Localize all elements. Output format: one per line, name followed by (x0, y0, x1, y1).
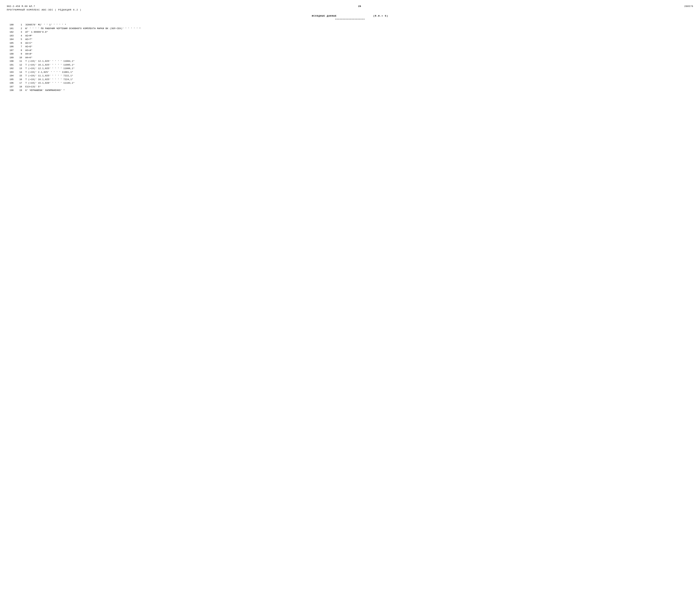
row-content: Ю' ' ' ' ' ПО РАБОЧИМ ЧЕРТЕЖАМ ОСНОВНОГО… (25, 27, 693, 30)
row-content: А2=Б* (25, 45, 693, 48)
row-content: А2=Т* (25, 38, 693, 41)
line-number: 188 (7, 52, 17, 56)
line-number: 191 (7, 63, 17, 67)
row-index: 12 (17, 63, 25, 67)
line-number: 197 (7, 85, 17, 89)
row-content: Т (=19)' 12.1,025' ' ' ' ' 11086,1* (25, 67, 693, 70)
line-number: 182 (7, 30, 17, 34)
row-content: А2=С* (25, 42, 693, 45)
line-number: 186 (7, 45, 17, 48)
line-number: 195 (7, 78, 17, 81)
table-row: 19415Т (=19)' 11.1,025' ' ' ' ' 7222,1* (7, 74, 693, 78)
row-index: 1 (17, 23, 25, 27)
header-right: 200576 (684, 5, 693, 8)
row-content: А2=М* (25, 34, 693, 38)
section-title: ИСХОДНЫЕ ДАННЫЕ (П.Н.= 5) (312, 15, 388, 17)
line-number: 190 (7, 59, 17, 63)
table-row: 1812Ю' ' ' ' ' ПО РАБОЧИМ ЧЕРТЕЖАМ ОСНОВ… (7, 27, 693, 30)
line-number: 185 (7, 42, 17, 45)
row-index: 15 (17, 74, 25, 78)
table-row: 19718Е13=131' 5* (7, 85, 693, 89)
row-content: А4=А* (25, 52, 693, 56)
line-number: 183 (7, 34, 17, 38)
row-content: А4=К* (25, 56, 693, 59)
row-index: 17 (17, 81, 25, 85)
table-row: 19314Т (=19)' 2.1,025' ' ' ' ' 11081,1* (7, 71, 693, 74)
table-row: 1845А2=Т* (7, 38, 693, 41)
table-row: 19112Т (=19)' 16.1,025' ' ' ' ' 11085,1* (7, 63, 693, 67)
row-index: 14 (17, 71, 25, 74)
line-number: 189 (7, 56, 17, 59)
table-row: 19213Т (=19)' 12.1,025' ' ' ' ' 11086,1* (7, 67, 693, 70)
row-content: Т (=19)' 2.1,025' ' ' ' ' 11081,1* (25, 71, 693, 74)
row-index: 4 (17, 34, 25, 38)
table-row: 1823АТ' 1-99999'0.0* (7, 30, 693, 34)
line-number: 181 (7, 27, 17, 30)
row-index: 16 (17, 78, 25, 81)
section-divider: ==================== (7, 18, 693, 21)
row-index: 9 (17, 52, 25, 56)
row-index: 7 (17, 45, 25, 48)
subheader: ПРОГРАММНЫЙ КОМПЛЕКС АВС-ЗЕС ( РЕДАКЦИЯ … (7, 9, 693, 11)
row-index: 13 (17, 67, 25, 70)
row-content: Э200576' М1' ' ' 1' ' ' ' ' * (25, 23, 693, 27)
table-row: 19819К' ЧЕРНЫШЕВА' ХАЛИМАНЕНКО' * (7, 89, 693, 92)
row-index: 6 (17, 42, 25, 45)
line-number: 192 (7, 67, 17, 70)
row-content: Т (=19)' 11.1,025' ' ' ' ' 7222,1* (25, 74, 693, 78)
subheader-left: ПРОГРАММНЫЙ КОМПЛЕКС АВС-ЗЕС ( РЕДАКЦИЯ … (7, 9, 81, 11)
line-number: 196 (7, 81, 17, 85)
header-center: 26 (358, 5, 361, 8)
row-content: К' ЧЕРНЫШЕВА' ХАЛИМАНЕНКО' * (25, 89, 693, 92)
table-row: 19617Т (=19)' 15.1,020' ' ' ' ' 11183,1* (7, 81, 693, 85)
row-content: А3=А* (25, 49, 693, 52)
row-index: 2 (17, 27, 25, 30)
row-index: 3 (17, 30, 25, 34)
row-index: 5 (17, 38, 25, 41)
table-row: 19011Т (=19)' 12.1,025' ' ' ' ' 11084,1* (7, 59, 693, 63)
row-content: АТ' 1-99999'0.0* (25, 30, 693, 34)
row-index: 11 (17, 59, 25, 63)
table-row: 1801Э200576' М1' ' ' 1' ' ' ' ' * (7, 23, 693, 27)
row-content: Т (=19)' 16.1,025' ' ' ' ' 7224,1* (25, 78, 693, 81)
header: 902-2-458 М.88 АЛ.7 26 200576 (7, 5, 693, 8)
data-table: 1801Э200576' М1' ' ' 1' ' ' ' ' *1812Ю' … (7, 23, 693, 92)
table-row: 1856А2=С* (7, 42, 693, 45)
line-number: 193 (7, 71, 17, 74)
line-number: 198 (7, 89, 17, 92)
row-index: 10 (17, 56, 25, 59)
line-number: 184 (7, 38, 17, 41)
section-title-area: ИСХОДНЫЕ ДАННЫЕ (П.Н.= 5) (7, 15, 693, 17)
row-index: 8 (17, 49, 25, 52)
row-content: Т (=19)' 16.1,025' ' ' ' ' 11085,1* (25, 63, 693, 67)
row-index: 18 (17, 85, 25, 89)
header-left: 902-2-458 М.88 АЛ.7 (7, 5, 35, 8)
line-number: 194 (7, 74, 17, 78)
row-index: 19 (17, 89, 25, 92)
table-row: 18910А4=К* (7, 56, 693, 59)
line-number: 187 (7, 49, 17, 52)
table-row: 1878А3=А* (7, 49, 693, 52)
row-content: Т (=19)' 12.1,025' ' ' ' ' 11084,1* (25, 59, 693, 63)
row-content: Т (=19)' 15.1,020' ' ' ' ' 11183,1* (25, 81, 693, 85)
table-row: 1889А4=А* (7, 52, 693, 56)
row-content: Е13=131' 5* (25, 85, 693, 89)
table-row: 1867А2=Б* (7, 45, 693, 48)
line-number: 180 (7, 23, 17, 27)
table-row: 19516Т (=19)' 16.1,025' ' ' ' ' 7224,1* (7, 78, 693, 81)
table-row: 1834А2=М* (7, 34, 693, 38)
